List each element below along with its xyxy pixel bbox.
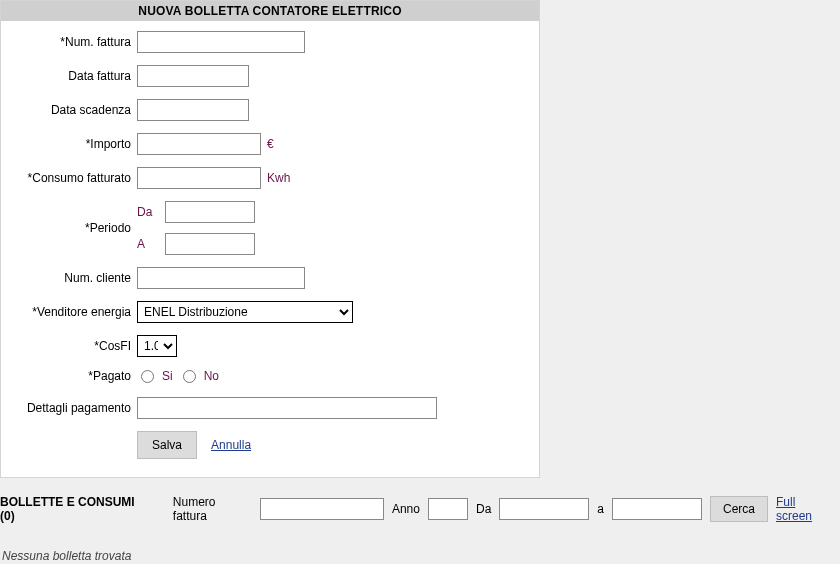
label-filter-numero-fattura: Numero fattura — [173, 495, 252, 523]
cancel-link[interactable]: Annulla — [211, 438, 251, 452]
search-button[interactable]: Cerca — [710, 496, 768, 522]
label-data-fattura: Data fattura — [15, 69, 137, 83]
input-num-cliente[interactable] — [137, 267, 305, 289]
input-filter-anno[interactable] — [428, 498, 468, 520]
input-periodo-a[interactable] — [165, 233, 255, 255]
select-venditore[interactable]: ENEL Distribuzione — [137, 301, 353, 323]
input-data-scadenza[interactable] — [137, 99, 249, 121]
save-button[interactable]: Salva — [137, 431, 197, 459]
input-periodo-da[interactable] — [165, 201, 255, 223]
label-pagato-no: No — [204, 369, 219, 383]
section-title: BOLLETTE E CONSUMI (0) — [0, 495, 151, 523]
radio-pagato-si[interactable] — [141, 370, 154, 383]
input-consumo-fatturato[interactable] — [137, 167, 261, 189]
select-cosfi[interactable]: 1.0 — [137, 335, 177, 357]
label-consumo-fatturato: *Consumo fatturato — [15, 171, 137, 185]
input-data-fattura[interactable] — [137, 65, 249, 87]
label-cosfi: *CosFI — [15, 339, 137, 353]
unit-euro: € — [267, 137, 274, 151]
label-periodo: *Periodo — [15, 221, 137, 235]
label-dettagli: Dettagli pagamento — [15, 401, 137, 415]
label-periodo-da: Da — [137, 205, 159, 219]
radio-pagato-no[interactable] — [183, 370, 196, 383]
input-filter-da[interactable] — [499, 498, 589, 520]
label-filter-anno: Anno — [392, 502, 420, 516]
label-num-cliente: Num. cliente — [15, 271, 137, 285]
label-filter-da: Da — [476, 502, 491, 516]
input-num-fattura[interactable] — [137, 31, 305, 53]
label-importo: *Importo — [15, 137, 137, 151]
full-screen-link[interactable]: Full screen — [776, 495, 840, 523]
unit-kwh: Kwh — [267, 171, 290, 185]
input-filter-numero-fattura[interactable] — [260, 498, 384, 520]
label-pagato-si: Si — [162, 369, 173, 383]
input-filter-a[interactable] — [612, 498, 702, 520]
label-filter-a: a — [597, 502, 604, 516]
label-data-scadenza: Data scadenza — [15, 103, 137, 117]
filter-bar: BOLLETTE E CONSUMI (0) Numero fattura An… — [0, 493, 840, 535]
new-bill-form-panel: NUOVA BOLLETTA CONTATORE ELETTRICO *Num.… — [0, 0, 540, 478]
form-title: NUOVA BOLLETTA CONTATORE ELETTRICO — [1, 1, 539, 21]
label-num-fattura: *Num. fattura — [15, 35, 137, 49]
form-body: *Num. fattura Data fattura Data scadenza… — [1, 21, 539, 477]
label-periodo-a: A — [137, 237, 159, 251]
input-dettagli[interactable] — [137, 397, 437, 419]
label-pagato: *Pagato — [15, 369, 137, 383]
no-results-message: Nessuna bolletta trovata — [0, 535, 840, 564]
input-importo[interactable] — [137, 133, 261, 155]
label-venditore: *Venditore energia — [15, 305, 137, 319]
